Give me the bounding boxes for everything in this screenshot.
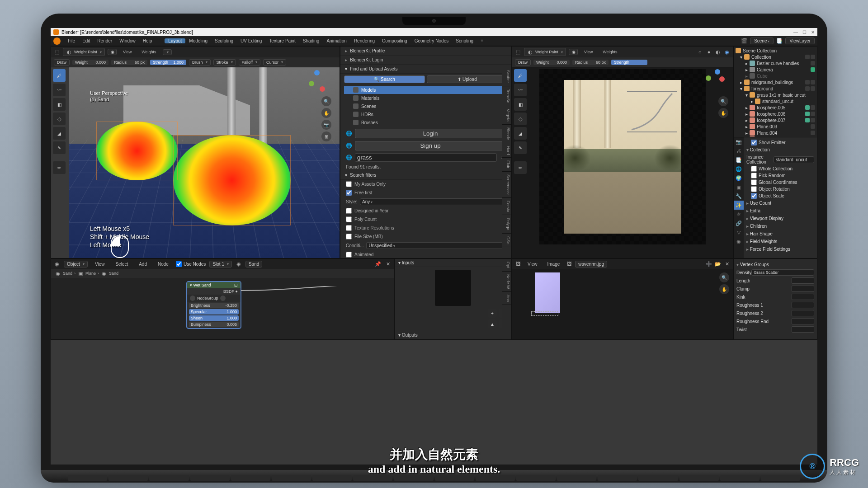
ntab-nodew[interactable]: Node W bbox=[502, 272, 511, 292]
workspace-geonodes[interactable]: Geometry Nodes bbox=[411, 38, 453, 43]
stroke-dropdown[interactable]: Stroke bbox=[213, 59, 236, 66]
workspace-animation[interactable]: Animation bbox=[323, 38, 350, 43]
outliner-plane003[interactable]: ▸ Plane.003 bbox=[735, 123, 816, 130]
ntab-polygo[interactable]: Polygo bbox=[502, 215, 511, 234]
node-editor[interactable]: ◉ Object View Select Add Node Use Nodes … bbox=[51, 258, 394, 340]
node-outputs-header[interactable]: ▾ Outputs bbox=[395, 331, 511, 339]
ortho-icon[interactable]: ⊞ bbox=[321, 131, 331, 141]
ne-menu-view[interactable]: View bbox=[91, 262, 108, 267]
propsec-hair[interactable]: Hair Shape bbox=[746, 230, 814, 238]
vg-rough1-field[interactable] bbox=[792, 302, 814, 308]
pin-icon[interactable]: 📌 bbox=[375, 261, 381, 267]
ntab-scatter[interactable]: Scatter bbox=[502, 67, 511, 86]
proptab-viewlayer-icon[interactable]: 📑 bbox=[734, 155, 744, 164]
outliner-collection[interactable]: ▾ Collection bbox=[735, 54, 816, 60]
use-nodes-check[interactable] bbox=[176, 261, 182, 267]
weight-slider-b[interactable]: Weight0.000 bbox=[533, 60, 570, 65]
workspace-texpaint[interactable]: Texture Paint bbox=[265, 38, 299, 43]
outliner-item-cube[interactable]: ▸ Cube bbox=[735, 73, 816, 79]
cursor-dropdown[interactable]: Cursor bbox=[263, 59, 286, 66]
radius-slider-b[interactable]: Radius60 px bbox=[572, 60, 609, 65]
proptab-constraint-icon[interactable]: 🔗 bbox=[734, 219, 744, 228]
outliner-ico005[interactable]: ▸ Icosphere.005 bbox=[735, 104, 816, 111]
falloff-dropdown[interactable]: Falloff bbox=[239, 59, 260, 66]
instance-collection-select[interactable]: standard_uncut bbox=[774, 156, 814, 163]
asset-condition-select[interactable]: Unspecified bbox=[366, 242, 506, 249]
vg-kink-field[interactable] bbox=[792, 294, 814, 300]
tool-smear-b-icon[interactable]: 〰 bbox=[514, 84, 527, 96]
propsec-field[interactable]: Field Weights bbox=[746, 238, 814, 245]
ne-menu-node[interactable]: Node bbox=[154, 262, 172, 267]
viewlayer-selector[interactable]: ViewLayer bbox=[785, 38, 815, 44]
asset-filter-free[interactable] bbox=[346, 190, 352, 196]
viewport-3d-canvas[interactable]: User Perspective (1) Sand Left Mouse x5 … bbox=[69, 67, 340, 258]
propsec-vg[interactable]: Vertex Groups bbox=[736, 261, 814, 268]
shading-rendered-icon[interactable]: ◉ bbox=[724, 49, 730, 55]
proptab-world-icon[interactable]: 🌍 bbox=[734, 174, 744, 183]
scene-selector[interactable]: Scene bbox=[750, 38, 774, 44]
asset-login-row[interactable]: BlenderKit Login bbox=[340, 56, 511, 65]
close-icon[interactable]: ✕ bbox=[811, 30, 815, 35]
ntab-gsc[interactable]: GSc bbox=[502, 234, 511, 248]
asset-search-button[interactable]: 🔍 Search bbox=[344, 75, 425, 83]
tool-smear-icon[interactable]: 〰 bbox=[53, 84, 66, 96]
node-object-select[interactable]: Object bbox=[64, 261, 88, 267]
tool-brush-icon[interactable]: 🖌 bbox=[53, 69, 66, 82]
vg-density-select[interactable]: Grass Scatter bbox=[751, 269, 814, 276]
asset-cat-models[interactable]: Models bbox=[344, 86, 508, 94]
workspace-rendering[interactable]: Rendering bbox=[350, 38, 378, 43]
vg-length-field[interactable] bbox=[792, 277, 814, 284]
vg-clump-field[interactable] bbox=[792, 286, 814, 292]
outliner-scene-collection[interactable]: Scene Collection bbox=[735, 47, 816, 54]
vg-twist-field[interactable] bbox=[792, 326, 814, 333]
tool-sample-b-icon[interactable]: ✎ bbox=[514, 141, 527, 154]
ntab-vegeta[interactable]: Vegeta bbox=[502, 106, 511, 125]
asset-filter-poly[interactable] bbox=[346, 216, 352, 222]
image-select[interactable]: wavenrm.jpg bbox=[575, 261, 607, 267]
tool-brush-b-icon[interactable]: 🖌 bbox=[514, 69, 527, 82]
shading-matprev-icon[interactable]: ◐ bbox=[715, 49, 721, 55]
proptab-physics-icon[interactable]: ⚛ bbox=[734, 210, 744, 219]
proptab-data-icon[interactable]: ▽ bbox=[734, 228, 744, 237]
asset-upload-button[interactable]: ⬆ Upload bbox=[427, 75, 508, 83]
render-canvas[interactable] bbox=[539, 69, 706, 244]
object-scale-check[interactable] bbox=[751, 193, 757, 199]
image-editor[interactable]: 🖼 View Image 🖼 wavenrm.jpg ➕ 📂 ✕ 🔍 ✋ bbox=[512, 258, 733, 340]
ne-menu-add[interactable]: Add bbox=[135, 262, 151, 267]
proptab-material-icon[interactable]: ◉ bbox=[734, 237, 744, 246]
zoom-icon[interactable]: 🔍 bbox=[321, 96, 331, 106]
close-icon[interactable]: ✕ bbox=[385, 261, 391, 267]
workspace-uv[interactable]: UV Editing bbox=[237, 38, 265, 43]
outliner-ico006[interactable]: ▸ Icosphere.006 bbox=[735, 111, 816, 117]
maximize-icon[interactable]: ☐ bbox=[802, 30, 807, 35]
ntab-opt[interactable]: Opt bbox=[502, 259, 511, 272]
node-bumpiness[interactable]: Bumpiness0.005 bbox=[189, 322, 239, 327]
brush-preset-icon[interactable]: ◉ bbox=[108, 49, 117, 55]
proptab-object-icon[interactable]: ▣ bbox=[734, 183, 744, 192]
material-select[interactable]: Sand bbox=[245, 261, 262, 267]
ntab-terrasc[interactable]: TerraSc bbox=[502, 86, 511, 106]
tool-average-icon[interactable]: ◧ bbox=[53, 98, 66, 111]
vpb-menu-view[interactable]: View bbox=[580, 50, 596, 54]
asset-filters-header[interactable]: ▾ Search filters bbox=[340, 171, 511, 180]
brush-dropdown[interactable]: Brush bbox=[189, 59, 211, 66]
node-brightness[interactable]: Brightness-0.250 bbox=[189, 303, 239, 308]
vp-brush-dropdown[interactable] bbox=[163, 49, 172, 55]
tool-annotate-b-icon[interactable]: ✏ bbox=[514, 161, 527, 174]
tool-draw[interactable]: Draw bbox=[54, 59, 70, 66]
tool-blur-icon[interactable]: ◌ bbox=[53, 113, 66, 125]
asset-cat-scenes[interactable]: Scenes bbox=[344, 102, 508, 110]
outliner-midground[interactable]: ▸ midground_buildings bbox=[735, 79, 816, 85]
mode-selector-b[interactable]: ◐Weight Paint bbox=[524, 48, 566, 56]
asset-style-select[interactable]: Any bbox=[360, 198, 506, 205]
whole-collection-check[interactable] bbox=[751, 166, 757, 172]
node-specular[interactable]: Specular1.000 bbox=[189, 309, 239, 314]
asset-cat-hdrs[interactable]: HDRs bbox=[344, 110, 508, 118]
asset-filter-texres[interactable] bbox=[346, 225, 352, 231]
propsec-vpdisp[interactable]: Viewport Display bbox=[746, 215, 814, 222]
brush-preset-b-icon[interactable]: ◉ bbox=[569, 49, 578, 55]
asset-signup-button[interactable]: Sign up bbox=[355, 141, 506, 150]
vp-menu-weights[interactable]: Weights bbox=[138, 50, 160, 54]
asset-filter-animated[interactable] bbox=[346, 252, 352, 258]
proptab-output-icon[interactable]: 🖨 bbox=[734, 146, 744, 155]
